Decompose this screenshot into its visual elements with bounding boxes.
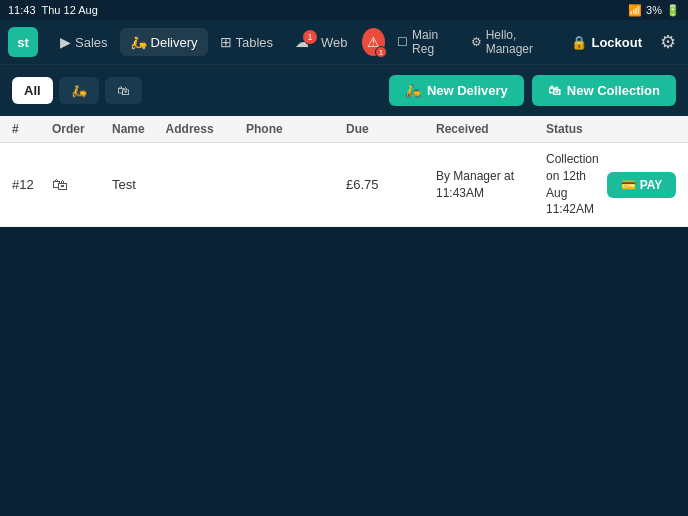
col-order: Order <box>52 122 112 136</box>
user-icon: ⚙ <box>471 35 482 49</box>
alert-icon[interactable]: ⚠ 1 <box>362 28 385 56</box>
status-text: Collection on 12th Aug 11:42AM <box>546 151 599 218</box>
col-status: Status <box>546 122 676 136</box>
register-label: Main Reg <box>412 28 453 56</box>
row-due: £6.75 <box>346 177 436 192</box>
date: Thu 12 Aug <box>42 4 98 16</box>
filter-all-button[interactable]: All <box>12 77 53 104</box>
sales-label: Sales <box>75 35 108 50</box>
tables-label: Tables <box>236 35 274 50</box>
orders-table: # Order Name Address Phone Due Received … <box>0 116 688 227</box>
new-delivery-button[interactable]: 🛵 New Delivery <box>389 75 524 106</box>
main-reg-button[interactable]: ☐ Main Reg <box>391 24 459 60</box>
nav-bar: st ▶ Sales 🛵 Delivery ⊞ Tables ☁ 1 Web ⚠… <box>0 20 688 64</box>
status-bar-right: 📶 3% 🔋 <box>628 4 680 17</box>
delivery-icon: 🛵 <box>130 34 147 50</box>
row-received: By Manager at 11:43AM <box>436 168 546 202</box>
web-badge-wrapper: ☁ 1 <box>295 34 309 50</box>
sales-icon: ▶ <box>60 34 71 50</box>
table-row: #12 🛍 Test £6.75 By Manager at 11:43AM C… <box>0 143 688 227</box>
filter-delivery-icon: 🛵 <box>71 83 87 98</box>
lockout-label: Lockout <box>591 35 642 50</box>
pay-label: PAY <box>640 178 663 192</box>
nav-item-delivery[interactable]: 🛵 Delivery <box>120 28 208 56</box>
new-delivery-label: New Delivery <box>427 83 508 98</box>
hello-manager-button[interactable]: ⚙ Hello, Manager <box>465 24 558 60</box>
toolbar: All 🛵 🛍 🛵 New Delivery 🛍 New Collection <box>0 64 688 116</box>
web-badge: 1 <box>303 30 317 44</box>
new-delivery-icon: 🛵 <box>405 83 421 98</box>
delivery-label: Delivery <box>151 35 198 50</box>
col-name: Name <box>112 122 166 136</box>
row-name: Test <box>112 177 166 192</box>
gear-icon: ⚙ <box>660 32 676 52</box>
alert-badge: 1 <box>375 46 387 58</box>
register-icon: ☐ <box>397 35 408 49</box>
nav-right: ⚠ 1 ☐ Main Reg ⚙ Hello, Manager 🔒 Lockou… <box>362 24 680 60</box>
col-due: Due <box>346 122 436 136</box>
new-collection-label: New Collection <box>567 83 660 98</box>
tables-icon: ⊞ <box>220 34 232 50</box>
filter-collection-icon: 🛍 <box>117 83 130 98</box>
pay-button[interactable]: 💳 PAY <box>607 172 677 198</box>
received-text: By Manager at 11:43AM <box>436 168 546 202</box>
col-id: # <box>12 122 52 136</box>
new-collection-button[interactable]: 🛍 New Collection <box>532 75 676 106</box>
order-type-icon: 🛍 <box>52 176 68 194</box>
card-icon: 💳 <box>621 178 636 192</box>
status-bar: 11:43 Thu 12 Aug 📶 3% 🔋 <box>0 0 688 20</box>
row-id: #12 <box>12 177 52 192</box>
row-status: Collection on 12th Aug 11:42AM 💳 PAY <box>546 151 676 218</box>
nav-logo[interactable]: st <box>8 27 38 57</box>
lock-icon: 🔒 <box>571 35 587 50</box>
filter-collection-button[interactable]: 🛍 <box>105 77 142 104</box>
filter-delivery-button[interactable]: 🛵 <box>59 77 99 104</box>
col-address: Address <box>166 122 246 136</box>
nav-item-web[interactable]: ☁ 1 Web <box>285 28 358 56</box>
status-bar-left: 11:43 Thu 12 Aug <box>8 4 98 16</box>
time: 11:43 <box>8 4 36 16</box>
nav-item-tables[interactable]: ⊞ Tables <box>210 28 284 56</box>
nav-item-sales[interactable]: ▶ Sales <box>50 28 118 56</box>
filter-all-label: All <box>24 83 41 98</box>
nav-items: ▶ Sales 🛵 Delivery ⊞ Tables ☁ 1 Web <box>50 28 358 56</box>
web-label: Web <box>321 35 348 50</box>
row-order-icon: 🛍 <box>52 176 112 194</box>
new-collection-icon: 🛍 <box>548 83 561 98</box>
settings-button[interactable]: ⚙ <box>656 27 680 57</box>
lockout-button[interactable]: 🔒 Lockout <box>563 31 650 54</box>
wifi-icon: 📶 <box>628 4 642 17</box>
battery-icon: 🔋 <box>666 4 680 17</box>
col-phone: Phone <box>246 122 346 136</box>
col-received: Received <box>436 122 546 136</box>
main-content-area <box>0 227 688 516</box>
hello-label: Hello, Manager <box>486 28 552 56</box>
filter-buttons: All 🛵 🛍 <box>12 77 142 104</box>
table-header: # Order Name Address Phone Due Received … <box>0 116 688 143</box>
battery: 3% <box>646 4 662 16</box>
